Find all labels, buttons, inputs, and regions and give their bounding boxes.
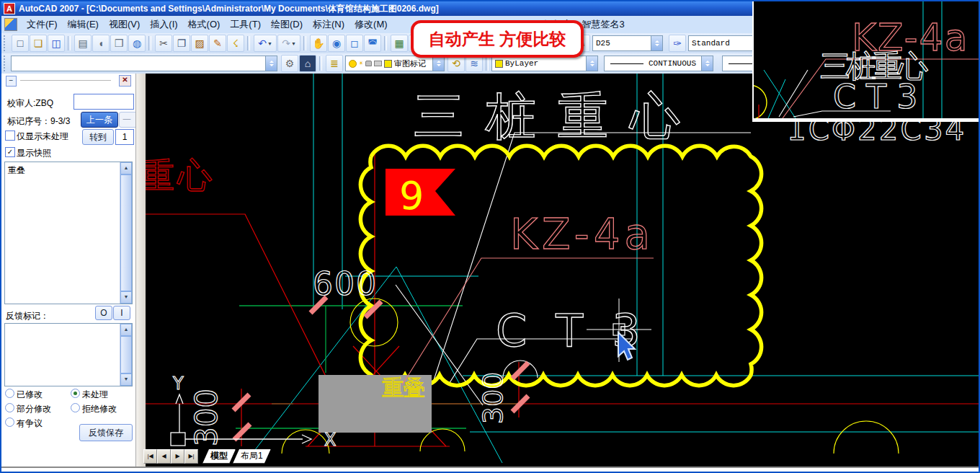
open-button[interactable]: ❏ <box>30 35 47 52</box>
zoom-window-button[interactable]: ◻ <box>346 35 363 52</box>
radio-modified[interactable] <box>5 389 14 398</box>
spinner-icon[interactable] <box>651 36 662 50</box>
drawing-canvas[interactable]: 9 三桩重心 重心 KZ-4a CT3 600 300 300 1CΦ22C34… <box>146 74 980 467</box>
layer-on-icon[interactable] <box>349 60 357 68</box>
only-unprocessed-checkbox[interactable] <box>5 131 15 141</box>
workspace-combo[interactable] <box>11 56 277 71</box>
menu-modify[interactable]: 修改(M) <box>349 17 393 32</box>
dropdown-caret-icon[interactable]: ▼ <box>291 41 296 46</box>
zoom-realtime-button[interactable]: ◉ <box>328 35 345 52</box>
properties-icon: ▦ <box>394 37 404 49</box>
feedback-save-button[interactable]: 反馈保存 <box>79 424 133 441</box>
color-combo[interactable]: ByLayer <box>491 56 598 71</box>
mark-list[interactable]: 重叠 ▲ ▼ <box>4 162 133 304</box>
layer-plot-icon[interactable] <box>374 61 382 66</box>
menu-insert[interactable]: 插入(I) <box>145 17 182 32</box>
feedback-list[interactable]: ▲ ▼ <box>4 323 133 386</box>
layer-lock-icon[interactable] <box>365 61 372 66</box>
3d-orbit-button[interactable]: ◍ <box>128 35 146 52</box>
inset-yellow-arc <box>754 85 767 118</box>
open-icon: ❏ <box>34 37 43 49</box>
next-tab-button[interactable]: ▶ <box>171 449 184 464</box>
panel-grip[interactable] <box>20 80 111 83</box>
properties-button[interactable]: ▦ <box>391 35 408 52</box>
first-tab-button[interactable]: |◀ <box>143 449 157 464</box>
feedback-i-button[interactable]: I <box>113 306 130 320</box>
feedback-list-scrollbar[interactable]: ▲ ▼ <box>120 324 132 386</box>
feedback-o-button[interactable]: O <box>95 306 112 320</box>
scroll-down-icon[interactable]: ▼ <box>120 291 132 304</box>
radio-disputed[interactable] <box>5 417 14 427</box>
prev-mark-button[interactable]: 上一条 <box>81 112 118 128</box>
dim-style-combo[interactable]: D25 <box>592 35 663 51</box>
spinner-icon[interactable] <box>701 56 713 71</box>
scroll-thumb[interactable] <box>120 336 132 373</box>
spinner-icon[interactable] <box>265 56 277 71</box>
menu-dimension[interactable]: 标注(N) <box>308 17 349 32</box>
my-workspace-button[interactable]: ⌂ <box>299 55 316 72</box>
scroll-up-icon[interactable]: ▲ <box>120 162 132 174</box>
dim-300-right-text: 300 <box>477 372 509 425</box>
toolbar-grip[interactable] <box>4 56 9 71</box>
menu-tools[interactable]: 工具(T) <box>225 17 266 32</box>
revision-flag-9[interactable]: 9 <box>386 169 455 218</box>
toolbar-separator <box>303 36 306 50</box>
mark-list-scrollbar[interactable]: ▲ ▼ <box>120 162 132 304</box>
new-button[interactable]: □ <box>12 35 29 52</box>
linetype-combo[interactable]: CONTINUOUS <box>604 56 713 71</box>
show-snapshot-label: 显示快照 <box>17 147 51 159</box>
layer-combo[interactable]: ☀ 审图标记 <box>345 56 445 71</box>
review-panel: − ✕ 校审人:ZBQ 标记序号：9-3/3 上一条 下一条 仅显示未处理 转到… <box>1 74 135 473</box>
workspace-settings-button[interactable]: ⚙ <box>281 55 298 72</box>
publish-icon: ❒ <box>115 37 124 49</box>
menu-view[interactable]: 视图(V) <box>104 17 145 32</box>
plot-icon: ▤ <box>78 37 87 49</box>
copy-button[interactable]: ❐ <box>173 35 190 52</box>
toolbar-separator <box>68 36 71 50</box>
last-tab-button[interactable]: ▶| <box>184 449 198 464</box>
paste-button[interactable]: ▨ <box>191 35 208 52</box>
spinner-icon[interactable] <box>586 56 597 71</box>
plot-preview-button[interactable]: ◖ <box>92 35 110 52</box>
scroll-thumb[interactable] <box>120 174 132 291</box>
panel-minimize-button[interactable]: − <box>6 76 17 87</box>
tab-model[interactable]: 模型 <box>202 449 236 464</box>
quick-calc-button[interactable]: ☇ <box>227 35 244 52</box>
prev-tab-button[interactable]: ◀ <box>157 449 171 464</box>
text-style-icon[interactable]: ✑ <box>669 35 686 52</box>
radio-partial[interactable] <box>5 403 14 412</box>
plot-button[interactable]: ▤ <box>74 35 92 52</box>
match-properties-button[interactable]: ✎ <box>209 35 226 52</box>
scroll-up-icon[interactable]: ▲ <box>120 324 132 336</box>
feedback-label: 反馈标记： <box>6 310 49 322</box>
panel-close-button[interactable]: ✕ <box>119 75 131 87</box>
layer-freeze-icon[interactable]: ☀ <box>359 59 363 68</box>
goto-input[interactable]: 1 <box>115 129 134 145</box>
menu-file[interactable]: 文件(F) <box>22 17 63 32</box>
list-item[interactable]: 重叠 <box>8 164 25 177</box>
goto-button[interactable]: 转到 <box>82 129 114 145</box>
drawing-area[interactable]: 9 三桩重心 重心 KZ-4a CT3 600 300 300 1CΦ22C34… <box>146 74 980 467</box>
layer-properties-button[interactable]: ≣ <box>326 55 343 72</box>
menu-format[interactable]: 格式(O) <box>183 17 226 32</box>
dropdown-caret-icon[interactable]: ▼ <box>267 41 272 46</box>
menu-draw[interactable]: 绘图(D) <box>266 17 308 32</box>
menu-smart-signature[interactable]: 智慧签名3 <box>577 17 630 32</box>
spinner-icon[interactable] <box>432 56 444 71</box>
match-properties-icon: ✎ <box>213 37 222 49</box>
redo-button[interactable]: ↷▼ <box>277 35 300 52</box>
reviewer-input[interactable] <box>74 94 134 110</box>
scroll-down-icon[interactable]: ▼ <box>120 373 132 386</box>
show-snapshot-checkbox[interactable]: ✓ <box>5 147 15 157</box>
cut-button[interactable]: ✂ <box>155 35 172 52</box>
zoom-previous-button[interactable]: ◚ <box>364 35 381 52</box>
radio-rejected[interactable] <box>71 403 80 412</box>
toolbar-grip[interactable] <box>4 35 9 51</box>
pan-button[interactable]: ✋ <box>310 35 327 52</box>
radio-unprocessed[interactable] <box>71 389 80 398</box>
publish-button[interactable]: ❒ <box>110 35 128 52</box>
tab-layout1[interactable]: 布局1 <box>233 449 271 464</box>
undo-button[interactable]: ↶▼ <box>254 35 277 52</box>
menu-edit[interactable]: 编辑(E) <box>63 17 104 32</box>
save-button[interactable]: ◫ <box>48 35 65 52</box>
